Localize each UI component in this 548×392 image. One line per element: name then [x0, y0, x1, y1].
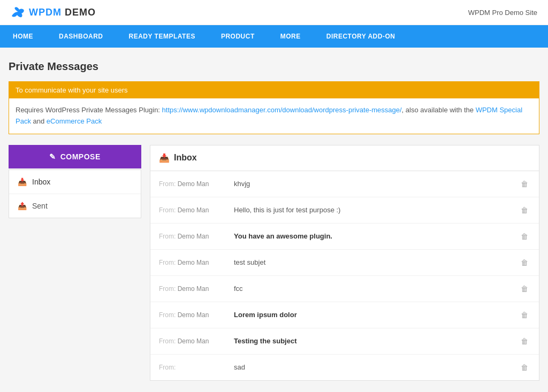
- inbox-panel-header: 📥 Inbox: [150, 145, 539, 171]
- messages-layout: ✎ COMPOSE 📥 Inbox 📤 Sent 📥 Inbox: [9, 145, 539, 381]
- message-from: From: Demo Man: [159, 206, 234, 214]
- message-from: From: Demo Man: [159, 311, 234, 319]
- main-nav: HOME DASHBOARD READY TEMPLATES PRODUCT M…: [0, 25, 548, 48]
- message-from: From: Demo Man: [159, 337, 234, 345]
- message-row[interactable]: From: Demo Manfcc🗑: [150, 276, 539, 302]
- alert-body: Requires WordPress Private Messages Plug…: [9, 98, 539, 134]
- message-subject: fcc: [234, 285, 514, 293]
- page-title: Private Messages: [9, 60, 539, 73]
- message-row[interactable]: From: Demo Mankhvjg🗑: [150, 171, 539, 197]
- message-subject: Lorem ipsum dolor: [234, 311, 514, 319]
- logo: WPDM DEMO: [11, 6, 96, 18]
- message-from: From:: [159, 364, 234, 371]
- nav-item-product[interactable]: PRODUCT: [208, 25, 268, 48]
- compose-icon: ✎: [49, 152, 56, 161]
- message-from: From: Demo Man: [159, 259, 234, 266]
- message-row[interactable]: From: Demo ManHello, this is just for te…: [150, 197, 539, 224]
- alert-ecommerce-link[interactable]: eCommerce Pack: [47, 117, 102, 125]
- message-subject: Testing the subject: [234, 337, 514, 345]
- sidebar: ✎ COMPOSE 📥 Inbox 📤 Sent: [9, 145, 141, 218]
- message-subject: Hello, this is just for test purpose :): [234, 206, 514, 214]
- message-subject: khvjg: [234, 180, 514, 188]
- sidebar-item-sent[interactable]: 📤 Sent: [9, 194, 141, 218]
- message-delete-button[interactable]: 🗑: [519, 309, 530, 321]
- inbox-panel-title: Inbox: [174, 153, 197, 163]
- message-from: From: Demo Man: [159, 180, 234, 188]
- sidebar-nav: 📥 Inbox 📤 Sent: [9, 170, 141, 218]
- message-delete-button[interactable]: 🗑: [519, 204, 530, 217]
- message-from: From: Demo Man: [159, 285, 234, 293]
- site-header: WPDM DEMO WPDM Pro Demo Site: [0, 0, 548, 25]
- logo-bird-icon: [11, 6, 26, 18]
- message-subject: You have an awesome plugin.: [234, 232, 514, 240]
- logo-demo-text: DEMO: [65, 7, 96, 18]
- alert-box: To communicate with your site users Requ…: [9, 81, 539, 134]
- nav-item-home[interactable]: HOME: [0, 25, 46, 48]
- message-row[interactable]: From: Demo ManTesting the subject🗑: [150, 328, 539, 355]
- message-list: From: Demo Mankhvjg🗑From: Demo ManHello,…: [150, 171, 539, 380]
- message-delete-button[interactable]: 🗑: [519, 178, 530, 190]
- compose-button[interactable]: ✎ COMPOSE: [9, 145, 141, 168]
- nav-item-directory-addon[interactable]: DIRECTORY ADD-ON: [314, 25, 408, 48]
- message-subject: sad: [234, 363, 514, 371]
- nav-item-ready-templates[interactable]: READY TEMPLATES: [116, 25, 208, 48]
- message-delete-button[interactable]: 🗑: [519, 361, 530, 374]
- sidebar-item-inbox[interactable]: 📥 Inbox: [9, 170, 141, 194]
- alert-header: To communicate with your site users: [9, 82, 539, 98]
- message-delete-button[interactable]: 🗑: [519, 256, 530, 269]
- alert-plugin-link[interactable]: https://www.wpdownloadmanager.com/downlo…: [162, 106, 402, 114]
- message-row[interactable]: From: Demo Mantest subjet🗑: [150, 250, 539, 276]
- message-from: From: Demo Man: [159, 233, 234, 240]
- message-row[interactable]: From: Demo ManLorem ipsum dolor🗑: [150, 302, 539, 328]
- message-row[interactable]: From:sad🗑: [150, 355, 539, 380]
- site-title: WPDM Pro Demo Site: [468, 9, 537, 17]
- nav-item-dashboard[interactable]: DASHBOARD: [46, 25, 116, 48]
- main-content: Private Messages To communicate with you…: [0, 48, 548, 392]
- message-row[interactable]: From: Demo ManYou have an awesome plugin…: [150, 224, 539, 250]
- alert-body-prefix: Requires WordPress Private Messages Plug…: [16, 106, 162, 114]
- message-subject: test subjet: [234, 258, 514, 266]
- inbox-header-icon: 📥: [159, 153, 170, 163]
- sent-icon: 📤: [18, 202, 27, 210]
- nav-item-more[interactable]: MORE: [268, 25, 314, 48]
- sidebar-sent-label: Sent: [32, 202, 48, 210]
- message-delete-button[interactable]: 🗑: [519, 230, 530, 243]
- inbox-panel: 📥 Inbox From: Demo Mankhvjg🗑From: Demo M…: [150, 145, 539, 381]
- alert-and-text: and: [33, 117, 45, 125]
- message-delete-button[interactable]: 🗑: [519, 335, 530, 348]
- inbox-icon: 📥: [18, 178, 27, 186]
- logo-wpdm-text: WPDM: [29, 7, 62, 18]
- sidebar-inbox-label: Inbox: [32, 178, 50, 186]
- message-delete-button[interactable]: 🗑: [519, 282, 530, 295]
- alert-body-suffix: , also available with the: [402, 106, 474, 114]
- compose-label: COMPOSE: [60, 152, 101, 161]
